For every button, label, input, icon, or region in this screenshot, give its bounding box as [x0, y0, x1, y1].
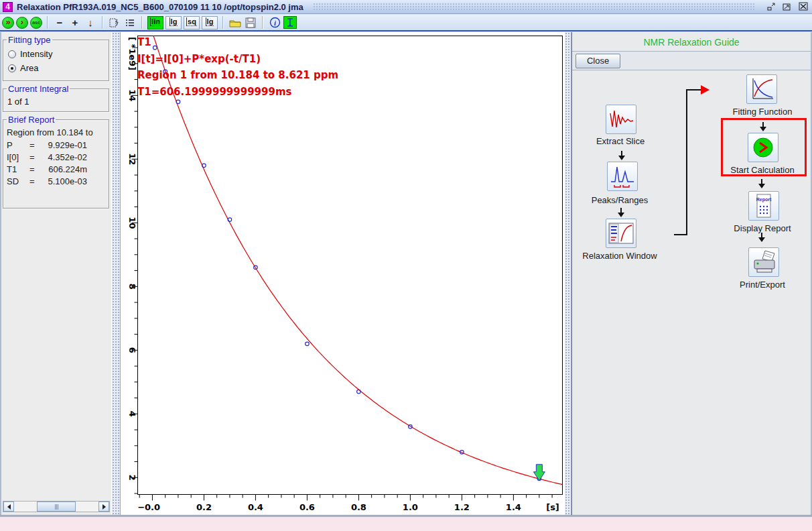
scale-down-button[interactable]: ↓ [84, 17, 97, 28]
workflow-connector [686, 89, 701, 91]
brief-report-title: Brief Report [7, 115, 56, 125]
workflow-connector [686, 89, 687, 235]
left-panel: Fitting type Intensity Area Current Inte… [0, 32, 111, 515]
x-tick-label: 0.8 [351, 502, 366, 512]
display-report-label: Display Report [705, 223, 812, 233]
titlebar-texture [313, 3, 756, 11]
down-arrow-icon [758, 179, 765, 188]
start-calculation-icon[interactable] [748, 133, 779, 162]
plot-annotation: Region 1 from 10.184 to 8.621 ppm [137, 69, 338, 81]
down-arrow-icon [760, 122, 766, 131]
start-calculation-label: Start Calculation [705, 165, 812, 175]
peak-display-icon[interactable] [283, 16, 297, 29]
list-icon[interactable] [123, 16, 137, 29]
scroll-right-arrow[interactable] [98, 501, 109, 512]
connector-arrowhead-icon [701, 85, 709, 95]
fitting-function-label: Fitting Function [705, 107, 812, 117]
relaxation-window-icon[interactable] [606, 219, 636, 248]
save-icon[interactable] [244, 16, 257, 29]
region-select-icon[interactable] [108, 16, 121, 29]
radio-intensity[interactable]: Intensity [8, 49, 105, 59]
relaxation-plot[interactable]: 0.00.20.40.60.81.01.21.4−[s]2468101214[ … [121, 32, 564, 515]
extract-slice-icon[interactable] [606, 105, 636, 134]
right-splitter[interactable] [564, 32, 571, 515]
data-point [153, 46, 157, 50]
x-tick-label: 1.4 [506, 502, 521, 512]
radio-intensity-circle[interactable] [8, 50, 16, 58]
scrollbar-track[interactable] [14, 501, 98, 512]
print-export-icon[interactable] [748, 247, 779, 277]
plot-area: 0.00.20.40.60.81.01.21.4−[s]2468101214[ … [121, 32, 564, 515]
scale-ylog-button[interactable]: lg [202, 16, 218, 30]
peaks-ranges-icon[interactable] [607, 162, 638, 191]
scale-sq-button[interactable]: sq [184, 16, 200, 30]
display-report-icon[interactable]: Report [748, 191, 779, 221]
left-panel-hscrollbar[interactable] [3, 501, 110, 512]
run-all-button[interactable]: » [2, 17, 14, 29]
app-icon: 4 [3, 2, 13, 12]
scale-lin-button[interactable]: lin [147, 16, 163, 30]
y-tick-label: 12 [127, 153, 137, 165]
close-icon[interactable] [797, 1, 809, 12]
main-content: Fitting type Intensity Area Current Inte… [0, 32, 812, 515]
fit-curve [153, 36, 562, 485]
down-arrow-icon [618, 151, 625, 160]
toolbar-separator [222, 16, 224, 29]
svg-text:Report: Report [756, 197, 772, 202]
down-arrow-icon [758, 233, 765, 242]
window-title: Relaxation PfR193A.019_NC5_B600_070109 1… [17, 2, 303, 12]
info-icon[interactable]: i [268, 16, 281, 29]
report-row-t1: T1=606.224m [7, 164, 105, 174]
data-point [176, 100, 180, 104]
status-strip [0, 517, 812, 531]
extract-slice-label: Extract Slice [563, 136, 677, 146]
radio-area-label: Area [20, 63, 38, 73]
toolbar-separator [141, 16, 143, 29]
y-tick-label: 10 [127, 217, 137, 229]
x-tick-label: 0.6 [299, 502, 315, 512]
x-tick-label: 0.2 [196, 502, 212, 512]
plot-annotation: I[t]=I[0]+P*exp(-t/T1) [137, 53, 261, 65]
report-region-line: Region from 10.184 to [7, 127, 105, 137]
fitting-type-title: Fitting type [7, 35, 52, 45]
workflow-connector [674, 234, 687, 235]
y-tick-label: 8 [127, 284, 137, 290]
left-splitter[interactable] [111, 32, 121, 515]
zoom-out-button[interactable]: − [53, 17, 66, 28]
folder-icon[interactable] [228, 16, 242, 29]
close-button[interactable]: Close [576, 54, 620, 68]
toolbar-separator [102, 16, 103, 29]
scale-log-button[interactable]: lg [165, 16, 182, 30]
peaks-ranges-label: Peaks/Ranges [563, 195, 677, 205]
fitting-type-group: Fitting type Intensity Area [3, 35, 109, 81]
x-tick-label: 1.2 [454, 502, 470, 512]
run-button[interactable]: › [16, 17, 28, 29]
scroll-left-arrow[interactable] [3, 501, 14, 512]
x-axis-unit: [s] [546, 502, 559, 512]
x-tick-label: 0.4 [248, 502, 263, 512]
report-row-i0: I[0]=4.352e-02 [7, 152, 105, 162]
relaxation-guide-panel: NMR Relaxation Guide Close Extract Slice… [571, 32, 812, 515]
shade-icon[interactable] [765, 1, 777, 12]
plot-frame [138, 36, 563, 495]
maximize-icon[interactable] [781, 1, 793, 12]
x-axis-edge-marker: − [138, 502, 145, 512]
toolbar-separator [47, 16, 48, 29]
guide-title: NMR Relaxation Guide [572, 37, 811, 48]
plot-annotation: T1 [137, 36, 151, 48]
zoom-in-button[interactable]: + [68, 17, 82, 28]
fitting-function-icon[interactable] [746, 74, 777, 104]
radio-area-circle[interactable] [8, 64, 16, 72]
toolbar: » › asc − + ↓ lin lg sq lg i [0, 15, 812, 32]
guide-toolbar-row: Close [572, 51, 811, 70]
scrollbar-thumb[interactable] [37, 501, 76, 512]
asc-button[interactable]: asc [30, 17, 42, 29]
data-point [306, 342, 310, 346]
y-tick-label: 14 [127, 89, 137, 101]
toolbar-separator [262, 16, 263, 29]
current-integral-group: Current Integral 1 of 1 [3, 84, 109, 112]
current-integral-value: 1 of 1 [7, 97, 105, 107]
radio-area[interactable]: Area [8, 63, 105, 73]
x-tick-label: 1.0 [403, 502, 418, 512]
current-integral-title: Current Integral [7, 84, 70, 94]
